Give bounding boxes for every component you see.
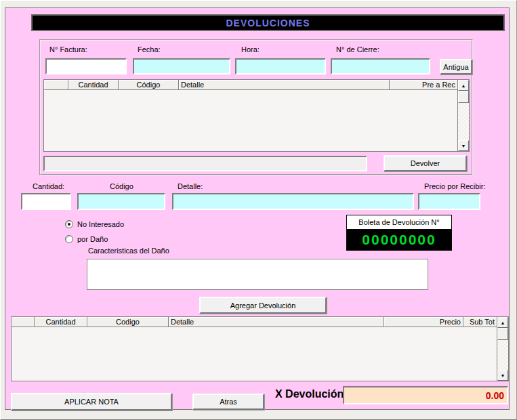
codigo-label: Código [110,182,133,190]
factura-label: N° Factura: [49,45,87,54]
cantidad-label: Cantidad: [33,182,64,190]
scroll-down-icon: ▼ [461,144,466,148]
scrollbar-thumb[interactable] [458,91,469,103]
returns-table-scrollbar[interactable]: ▲ ▼ [497,317,508,381]
column-header-detalle: Detalle [179,80,390,89]
detalle-input[interactable] [172,193,414,210]
agregar-devolucion-button[interactable]: Agregar Devolución [199,297,327,314]
factura-input[interactable] [45,58,127,75]
scroll-down-icon: ▼ [501,373,505,378]
column-header-blank [44,80,68,89]
column-header-codigo: Código [119,80,179,89]
column-header-cantidad: Cantidad [68,80,119,89]
column-header-blank [12,317,35,327]
cierre-input[interactable] [331,58,430,75]
column-header-precio: Precio [384,317,463,327]
scroll-up-button[interactable]: ▲ [497,317,508,328]
scroll-down-button[interactable]: ▼ [497,370,508,381]
precio-input[interactable] [418,193,480,210]
form-title-bar: DEVOLUCIONES [31,14,505,31]
cantidad-input[interactable] [21,193,71,210]
boleta-display: Boleta de Devolución N° 00000000 [346,215,452,251]
fecha-input[interactable] [133,58,230,75]
invoice-groupbox: N° Factura: Fecha: Hora: N° de Cierre: A… [39,39,473,175]
fecha-label: Fecha: [138,45,161,54]
aplicar-nota-button[interactable]: APLICAR NOTA [11,393,172,411]
window-frame: DEVOLUCIONES N° Factura: Fecha: Hora: N°… [0,0,517,420]
invoice-table-header: Cantidad Código Detalle Pre a Rec [44,80,457,90]
damage-title: Caracteristicas del Daño [88,247,169,255]
selected-detail-field [43,156,367,171]
devolver-button[interactable]: Devolver [384,155,467,171]
form-title: DEVOLUCIONES [226,18,310,28]
detalle-label: Detalle: [178,182,203,190]
returns-table: Cantidad Codigo Detalle Precio Sub Tot ▲… [11,316,509,381]
column-header-cantidad: Cantidad [35,317,87,327]
radio-por-dano-label[interactable]: por Daño [77,235,108,243]
radio-no-interesado-label[interactable]: No Interesado [77,220,124,228]
returns-table-header: Cantidad Codigo Detalle Precio Sub Tot [12,317,497,327]
scroll-up-button[interactable]: ▲ [458,80,469,91]
devoluciones-form: DEVOLUCIONES N° Factura: Fecha: Hora: N°… [5,7,510,410]
radio-por-dano[interactable] [65,235,73,243]
radio-no-interesado[interactable] [65,220,73,228]
atras-button[interactable]: Atras [192,394,264,410]
invoice-table-body[interactable] [44,90,457,151]
invoice-items-table: Cantidad Código Detalle Pre a Rec ▲ ▼ [43,79,470,152]
hora-input[interactable] [235,58,326,75]
column-header-codigo: Codigo [87,317,169,327]
boleta-number: 00000000 [347,229,451,250]
cierre-label: N° de Cierre: [336,45,379,54]
codigo-input[interactable] [77,193,165,210]
total-devolucion-value [343,386,508,404]
hora-label: Hora: [241,45,260,54]
column-header-sub-total: Sub Tot [463,317,497,327]
invoice-table-scrollbar[interactable]: ▲ ▼ [457,80,469,151]
scrollbar-thumb[interactable] [497,328,508,340]
scroll-up-icon: ▲ [501,320,505,325]
total-devolucion-label: X Devolución: [275,388,348,400]
antigua-button[interactable]: Antigua [440,59,472,75]
precio-label: Precio por Recibir: [424,182,485,190]
column-header-detalle: Detalle [169,317,384,327]
boleta-label: Boleta de Devolución N° [347,215,451,229]
damage-textarea[interactable] [87,259,428,290]
scroll-down-button[interactable]: ▼ [458,140,469,151]
column-header-pre-a-rec: Pre a Rec [390,80,457,89]
scrollbar-track[interactable] [458,103,469,140]
scrollbar-track[interactable] [497,340,508,370]
returns-table-body[interactable] [12,327,497,381]
scroll-up-icon: ▲ [461,83,466,88]
